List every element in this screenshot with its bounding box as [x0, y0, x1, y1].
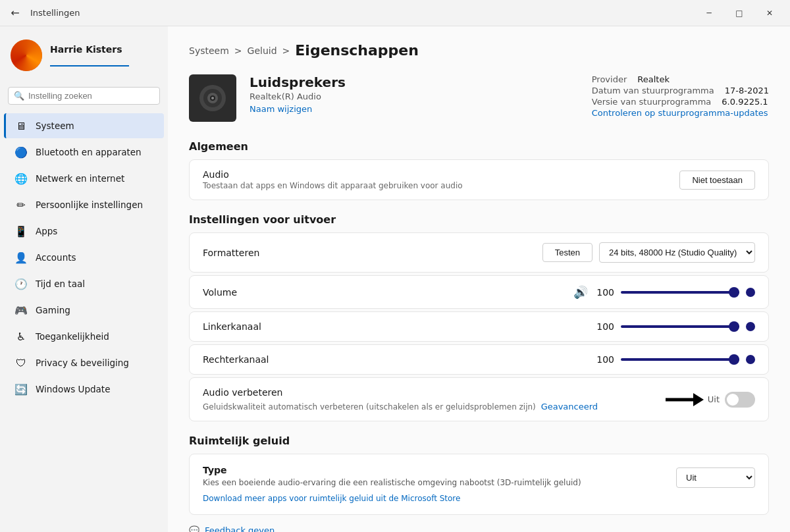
sidebar-item-label: Toegankelijkheid	[36, 331, 109, 342]
ruimtelijk-select[interactable]: Uit	[676, 467, 755, 488]
search-box: 🔍	[8, 87, 160, 105]
feedback-icon: 💬	[189, 525, 199, 532]
search-input[interactable]	[28, 91, 154, 101]
ruimtelijk-info: Type Kies een boeiende audio-ervaring di…	[203, 465, 581, 504]
audio-verb-desc-text: Geluidskwaliteit automatisch verbeteren …	[203, 402, 536, 412]
audio-verb-desc: Geluidskwaliteit automatisch verbeteren …	[203, 399, 598, 412]
breadcrumb: Systeem > Geluid > Eigenschappen	[189, 42, 769, 59]
device-meta: Provider Realtek Datum van stuurprogramm…	[592, 74, 769, 119]
linkerkanaal-card: Linkerkanaal 100	[189, 311, 769, 342]
rechterkanaal-row: Rechterkanaal 100	[203, 354, 755, 365]
sidebar-item-label: Apps	[36, 226, 57, 236]
type-label: Type	[203, 465, 581, 475]
sidebar-item-label: Persoonlijke instellingen	[36, 200, 143, 210]
device-header: Luidsprekers Realtek(R) Audio Naam wijzi…	[189, 74, 769, 122]
minimize-button[interactable]: ─	[694, 0, 724, 26]
speaker-icon	[197, 82, 228, 114]
sidebar-item-systeem[interactable]: 🖥 Systeem	[4, 113, 164, 138]
svg-point-4	[211, 97, 214, 99]
breadcrumb-sep2: >	[282, 45, 290, 56]
rechterkanaal-label: Rechterkanaal	[203, 354, 269, 365]
audio-card-info: Audio Toestaan dat apps en Windows dit a…	[203, 169, 463, 190]
device-info: Luidsprekers Realtek(R) Audio Naam wijzi…	[250, 74, 579, 115]
breadcrumb-system[interactable]: Systeem	[189, 45, 229, 56]
svg-marker-6	[693, 393, 704, 406]
sidebar-item-gaming[interactable]: 🎮 Gaming	[4, 298, 164, 323]
formatteren-row: Formatteren Testen 24 bits, 48000 Hz (St…	[203, 242, 755, 263]
back-button[interactable]: ←	[5, 3, 25, 23]
format-select[interactable]: 24 bits, 48000 Hz (Studio Quality)	[599, 242, 755, 263]
rechter-dot	[746, 355, 755, 364]
section-ruimtelijk-title: Ruimtelijk geluid	[189, 435, 769, 447]
rechter-slider[interactable]	[621, 358, 739, 361]
sidebar-item-persoonlijk[interactable]: ✏️ Persoonlijke instellingen	[4, 192, 164, 217]
toegankelijkheid-icon: ♿	[14, 330, 28, 343]
persoonlijk-icon: ✏️	[14, 198, 28, 211]
toggle-wrap: Uit	[708, 392, 755, 408]
rechter-slider-row: 100	[594, 354, 755, 365]
audio-card: Audio Toestaan dat apps en Windows dit a…	[189, 159, 769, 200]
feedback-row[interactable]: 💬 Feedback geven	[189, 518, 769, 532]
audio-card-row: Audio Toestaan dat apps en Windows dit a…	[203, 169, 755, 190]
maximize-button[interactable]: □	[724, 0, 754, 26]
volume-dot	[746, 288, 755, 297]
ruimtelijk-store-link[interactable]: Download meer apps voor ruimtelijk gelui…	[203, 494, 460, 503]
sidebar-item-windows-update[interactable]: 🔄 Windows Update	[4, 377, 164, 402]
maximize-icon: □	[735, 9, 743, 18]
back-icon: ←	[11, 7, 19, 19]
main-content: Systeem > Geluid > Eigenschappen Luidspr…	[168, 26, 790, 532]
user-profile: Harrie Kisters	[0, 32, 168, 79]
device-rename-link[interactable]: Naam wijzigen	[250, 104, 312, 114]
user-name: Harrie Kisters	[50, 44, 129, 55]
volume-row: Volume 🔊 100	[203, 285, 755, 299]
toggle-state-label: Uit	[708, 394, 720, 404]
titlebar: ← Instellingen ─ □ ✕	[0, 0, 790, 26]
volume-slider-row: 🔊 100	[573, 285, 755, 299]
linker-slider[interactable]	[621, 325, 739, 328]
audio-niet-toestaan-button[interactable]: Niet toestaan	[679, 171, 755, 190]
linker-dot	[746, 322, 755, 331]
close-icon: ✕	[766, 9, 773, 18]
rechterkanaal-card: Rechterkanaal 100	[189, 344, 769, 375]
meta-driver-update: Controleren op stuurprogramma-updates	[592, 108, 769, 118]
audio-label: Audio	[203, 169, 463, 180]
linker-value: 100	[594, 321, 614, 332]
user-subtitle-input[interactable]	[50, 55, 129, 66]
section-algemeen-title: Algemeen	[189, 140, 769, 153]
sidebar-item-label: Systeem	[36, 120, 74, 131]
sidebar-item-label: Tijd en taal	[36, 279, 85, 289]
testen-button[interactable]: Testen	[542, 243, 592, 262]
arrow-annotation: Uit	[664, 390, 755, 409]
close-button[interactable]: ✕	[754, 0, 785, 26]
breadcrumb-sound[interactable]: Geluid	[248, 45, 277, 56]
sidebar-item-bluetooth[interactable]: 🔵 Bluetooth en apparaten	[4, 140, 164, 165]
formatteren-card: Formatteren Testen 24 bits, 48000 Hz (St…	[189, 232, 769, 273]
linker-slider-row: 100	[594, 321, 755, 332]
device-subtitle: Realtek(R) Audio	[250, 92, 579, 101]
type-desc: Kies een boeiende audio-ervaring die een…	[203, 478, 581, 487]
sidebar-item-apps[interactable]: 📱 Apps	[4, 219, 164, 244]
sidebar-item-label: Accounts	[36, 252, 76, 263]
sidebar-item-netwerk[interactable]: 🌐 Netwerk en internet	[4, 166, 164, 191]
app-title: Instellingen	[30, 8, 80, 18]
provider-label: Provider	[592, 74, 627, 84]
sidebar-item-privacy[interactable]: 🛡 Privacy & beveiliging	[4, 350, 164, 375]
sidebar-item-label: Windows Update	[36, 384, 110, 394]
linkerkanaal-label: Linkerkanaal	[203, 321, 261, 332]
sidebar-item-label: Bluetooth en apparaten	[36, 147, 142, 157]
sidebar-item-accounts[interactable]: 👤 Accounts	[4, 245, 164, 270]
audio-verb-toggle[interactable]	[725, 392, 755, 408]
sidebar-item-toegankelijkheid[interactable]: ♿ Toegankelijkheid	[4, 324, 164, 349]
accounts-icon: 👤	[14, 251, 28, 264]
sidebar: Harrie Kisters 🔍 🖥 Systeem 🔵 Bluetooth e…	[0, 26, 168, 532]
rechter-value: 100	[594, 354, 614, 365]
avatar	[11, 40, 42, 71]
sidebar-item-tijd[interactable]: 🕐 Tijd en taal	[4, 271, 164, 296]
minimize-icon: ─	[706, 9, 711, 18]
sidebar-item-label: Gaming	[36, 305, 70, 315]
volume-slider[interactable]	[621, 291, 739, 294]
ruimtelijk-row: Type Kies een boeiende audio-ervaring di…	[203, 465, 755, 504]
sidebar-item-label: Privacy & beveiliging	[36, 358, 129, 368]
audio-verb-link[interactable]: Geavanceerd	[541, 402, 598, 412]
driver-update-link[interactable]: Controleren op stuurprogramma-updates	[592, 108, 768, 118]
